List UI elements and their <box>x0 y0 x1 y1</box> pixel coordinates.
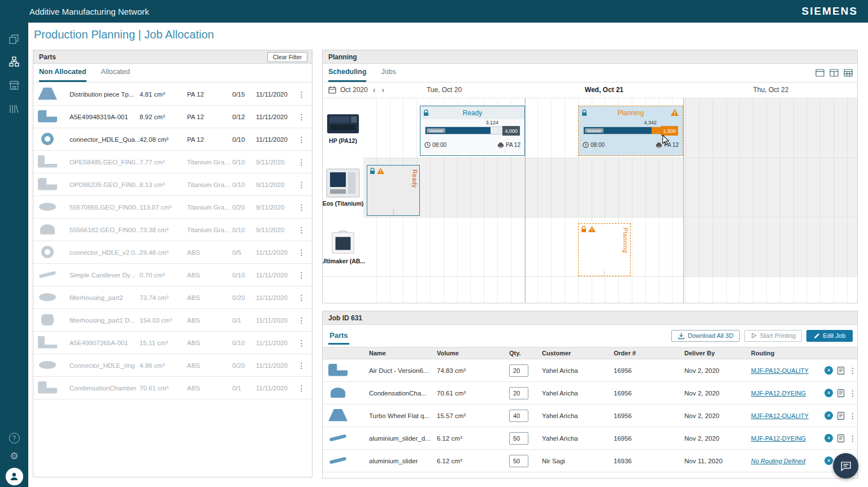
part-row[interactable]: Connector_HDLE_ring 4.96 cm³ ABS 0/20 11… <box>33 354 312 377</box>
part-row[interactable]: OPE58485.GEO_FIN0... 7.77 cm³ Titanium G… <box>33 151 312 173</box>
day-separator <box>683 98 684 303</box>
routing-link[interactable]: MJF-PA12-QUALITY <box>751 412 809 419</box>
part-row[interactable]: 55570955.GEO_FIN00... 113.07 cm³ Titaniu… <box>33 196 312 219</box>
part-menu-button[interactable]: ⋮ <box>294 384 309 393</box>
job-part-row[interactable]: aluminium_slider 6.12 cm³ Nir Sagi 16936… <box>323 450 857 472</box>
next-day-button[interactable]: › <box>380 85 385 94</box>
job-card-hp-planning[interactable]: Planning 4,342 Volume 1,500 <box>578 106 683 156</box>
edit-job-button[interactable]: Edit Job <box>806 330 853 342</box>
part-row[interactable]: Distribution piece Tp... 4.81 cm³ PA 12 … <box>33 83 312 106</box>
job-card-eos[interactable]: Ready ⋮ <box>367 165 420 216</box>
part-material: Titanium Gra... <box>187 181 232 188</box>
qty-input[interactable] <box>509 432 528 445</box>
part-row[interactable]: CondensationChamber 70.61 cm³ ABS 0/1 11… <box>33 377 312 399</box>
part-row[interactable]: A5E49948319A-001 8.92 cm³ PA 12 0/12 11/… <box>33 106 312 128</box>
part-menu-button[interactable]: ⋮ <box>294 203 309 212</box>
job-card-hp-ready[interactable]: Ready 3,124 Volume 4,000 08:00 <box>420 106 525 156</box>
job-part-order: 16956 <box>614 367 684 374</box>
remove-part-icon[interactable]: ✕ <box>824 456 833 465</box>
user-avatar[interactable] <box>0 467 28 486</box>
tab-allocated[interactable]: Allocated <box>101 68 130 82</box>
week-view-icon[interactable] <box>830 68 839 77</box>
part-menu-button[interactable]: ⋮ <box>294 361 309 370</box>
notes-icon[interactable] <box>837 389 844 397</box>
job-part-customer: Yahel Aricha <box>542 367 614 374</box>
part-menu-button[interactable]: ⋮ <box>294 271 309 280</box>
part-menu-button[interactable]: ⋮ <box>294 338 309 347</box>
remove-part-icon[interactable]: ✕ <box>824 366 833 375</box>
notes-icon[interactable] <box>837 412 844 420</box>
part-thumb-cell <box>38 133 70 146</box>
part-name: CondensationChamber <box>70 385 140 392</box>
part-row[interactable]: OPD86235.GEO_FIN0... 8.13 cm³ Titanium G… <box>33 173 312 196</box>
part-row[interactable]: connector_HDLE_Qua... 42.08 cm³ PA 12 0/… <box>33 128 312 151</box>
start-printing-button[interactable]: Start Printing <box>744 330 802 342</box>
part-row[interactable]: Simple Cantilever Dy... 0.70 cm³ ABS 0/1… <box>33 264 312 286</box>
month-view-icon[interactable] <box>844 68 853 77</box>
qty-input[interactable] <box>509 387 528 399</box>
day-view-icon[interactable] <box>815 68 824 77</box>
notes-icon[interactable] <box>837 434 844 442</box>
part-menu-button[interactable]: ⋮ <box>294 293 309 302</box>
part-menu-button[interactable]: ⋮ <box>294 180 309 189</box>
catalog-icon[interactable] <box>0 99 28 119</box>
qty-input[interactable] <box>509 455 528 467</box>
row-menu-button[interactable]: ⋮ <box>849 366 857 375</box>
tab-scheduling[interactable]: Scheduling <box>328 68 366 82</box>
part-menu-button[interactable]: ⋮ <box>294 225 309 234</box>
part-row[interactable]: connector_HDLE_v2.0... 29.48 cm³ ABS 0/5… <box>33 241 312 264</box>
part-material: ABS <box>187 249 232 256</box>
remove-part-icon[interactable]: ✕ <box>824 434 833 442</box>
routing-link[interactable]: No Routing Defined <box>751 458 805 464</box>
settings-icon[interactable]: ⚙ <box>0 446 28 466</box>
job-part-customer: Yahel Aricha <box>542 435 614 442</box>
download-all-3d-button[interactable]: Download All 3D <box>671 330 740 342</box>
part-date: 11/11/2020 <box>256 91 294 98</box>
prev-day-button[interactable]: ‹ <box>372 85 377 94</box>
notes-icon[interactable] <box>837 367 844 375</box>
part-menu-button[interactable]: ⋮ <box>294 248 309 257</box>
qty-input[interactable] <box>509 410 528 422</box>
chat-fab-button[interactable] <box>833 453 858 479</box>
part-menu-button[interactable]: ⋮ <box>294 316 309 325</box>
row-menu-button[interactable]: ⋮ <box>849 411 857 420</box>
row-menu-button[interactable]: ⋮ <box>849 389 857 398</box>
part-material: Titanium Gra... <box>187 159 232 166</box>
job-part-row[interactable]: CondensationCha... 70.61 cm³ Yahel Arich… <box>323 382 857 405</box>
part-menu-button[interactable]: ⋮ <box>294 90 309 99</box>
part-row[interactable]: filterhousing_part2 73.74 cm³ ABS 0/20 1… <box>33 286 312 309</box>
routing-link[interactable]: MJF-PA12-QUALITY <box>751 367 809 374</box>
qty-input[interactable] <box>509 364 528 377</box>
job-part-row[interactable]: aluminium_slider_d... 6.12 cm³ Yahel Ari… <box>323 427 857 450</box>
orders-icon[interactable] <box>0 29 28 49</box>
production-planning-icon[interactable] <box>0 52 28 71</box>
part-date: 11/11/2020 <box>256 114 294 120</box>
job-card-ultimaker[interactable]: Planning ⋮ <box>578 223 631 276</box>
part-thumb-cell <box>38 223 70 237</box>
part-thumbnail <box>38 223 57 236</box>
part-menu-button[interactable]: ⋮ <box>294 158 309 167</box>
tab-non-allocated[interactable]: Non Allocated <box>39 68 86 82</box>
job-part-row[interactable]: Air Duct - Version6... 74.83 cm³ Yahel A… <box>323 359 857 382</box>
row-menu-button[interactable]: ⋮ <box>849 434 857 443</box>
routing-link[interactable]: MJF-PA12-DYEING <box>751 390 806 397</box>
part-menu-button[interactable]: ⋮ <box>294 135 309 144</box>
parts-panel: Parts Clear Filter Non Allocated Allocat… <box>33 50 313 477</box>
clear-filter-button[interactable]: Clear Filter <box>267 52 307 62</box>
part-date: 9/11/2020 <box>256 227 294 233</box>
remove-part-icon[interactable]: ✕ <box>824 411 833 420</box>
tab-jobs[interactable]: Jobs <box>381 68 396 82</box>
part-row[interactable]: 55566182.GEO_FIN00... 73.38 cm³ Titanium… <box>33 219 312 241</box>
part-menu-button[interactable]: ⋮ <box>294 112 309 121</box>
help-glyph: ? <box>9 433 20 443</box>
tab-job-parts[interactable]: Parts <box>328 327 349 345</box>
help-icon[interactable]: ? <box>0 428 28 447</box>
part-material: ABS <box>187 362 232 369</box>
job-part-row[interactable]: Turbo Wheel Flat q... 15.57 cm³ Yahel Ar… <box>323 405 857 427</box>
routing-link[interactable]: MJF-PA12-DYEING <box>751 435 806 442</box>
part-allocated-qty: 0/20 <box>232 294 256 301</box>
part-row[interactable]: filterhousing_part1 D... 154.03 cm³ ABS … <box>33 309 312 332</box>
part-row[interactable]: A5E49907265A-001 15.11 cm³ ABS 0/10 11/1… <box>33 332 312 354</box>
shop-icon[interactable] <box>0 76 28 95</box>
remove-part-icon[interactable]: ✕ <box>824 389 833 397</box>
